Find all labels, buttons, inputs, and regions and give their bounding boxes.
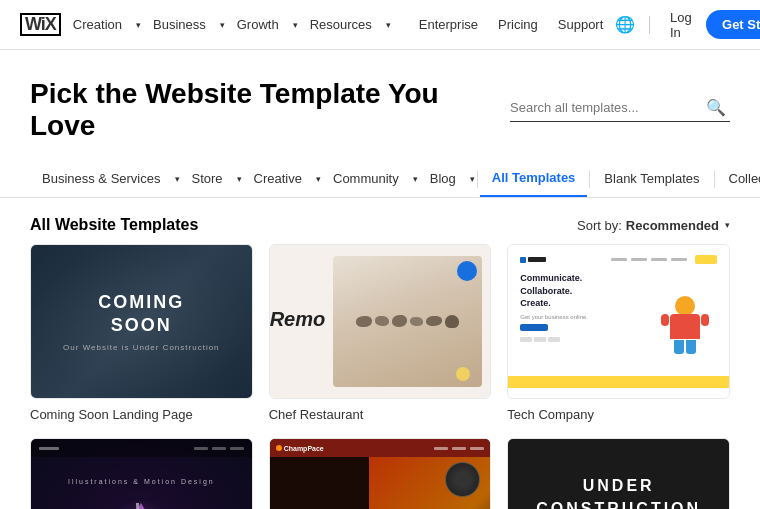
search-input[interactable]: [510, 100, 700, 115]
template-thumbnail-tech: Communicate.Collaborate.Create. Get your…: [507, 244, 730, 399]
section-title: All Website Templates: [30, 216, 577, 234]
login-button[interactable]: Log In: [664, 6, 698, 44]
filter-community[interactable]: Community: [321, 161, 411, 196]
view-collections[interactable]: Collections: [717, 161, 761, 196]
nav-item-resources[interactable]: Resources: [302, 13, 380, 36]
globe-icon[interactable]: 🌐: [615, 15, 635, 34]
view-all-templates[interactable]: All Templates: [480, 160, 588, 197]
filter-creative[interactable]: Creative: [242, 161, 314, 196]
filter-separator-3: [714, 170, 715, 188]
sort-label-text: Sort by:: [577, 218, 622, 233]
nav-item-pricing[interactable]: Pricing: [490, 13, 546, 36]
template-thumbnail-under-construction: UNDERCONSTRUCTION ▶ ⏪ ⏩ ⏺: [507, 438, 730, 509]
search-box: 🔍: [510, 98, 730, 122]
page-title: Pick the Website Template You Love: [30, 78, 510, 142]
search-icon: 🔍: [706, 98, 726, 117]
view-blank-templates[interactable]: Blank Templates: [592, 161, 711, 196]
filter-bar: Business & Services▾ Store▾ Creative▾ Co…: [0, 160, 760, 198]
template-thumbnail-illustrator: Illustrations & Motion Design: [30, 438, 253, 509]
hero-section: Pick the Website Template You Love 🔍: [0, 50, 760, 160]
template-card-coming-soon[interactable]: COMINGSOON Our Website is Under Construc…: [30, 244, 253, 422]
template-thumbnail-coming-soon: COMINGSOON Our Website is Under Construc…: [30, 244, 253, 399]
nav-item-growth[interactable]: Growth: [229, 13, 287, 36]
filter-store[interactable]: Store: [180, 161, 235, 196]
nav-right: 🌐 Log In Get Started: [615, 6, 760, 44]
get-started-button[interactable]: Get Started: [706, 10, 760, 39]
template-name-0: Coming Soon Landing Page: [30, 407, 253, 422]
template-grid: COMINGSOON Our Website is Under Construc…: [0, 244, 760, 509]
wix-logo[interactable]: WiX: [20, 13, 61, 37]
filter-right: All Templates Blank Templates Collection…: [475, 160, 760, 197]
content-header: All Website Templates Sort by: Recommend…: [0, 198, 760, 244]
nav-separator-2: [649, 16, 650, 34]
sort-chevron-icon: ▾: [725, 220, 730, 230]
navbar: WiX Creation▾ Business▾ Growth▾ Resource…: [0, 0, 760, 50]
filter-separator-2: [589, 170, 590, 188]
template-card-illustrator[interactable]: Illustrations & Motion Design Illustrato…: [30, 438, 253, 509]
nav-item-enterprise[interactable]: Enterprise: [411, 13, 486, 36]
nav-item-business[interactable]: Business: [145, 13, 214, 36]
filter-blog[interactable]: Blog: [418, 161, 468, 196]
filter-business-services[interactable]: Business & Services: [30, 161, 173, 196]
template-thumbnail-chef: Remo: [269, 244, 492, 399]
nav-item-creation[interactable]: Creation: [65, 13, 130, 36]
template-card-tech-company[interactable]: Communicate.Collaborate.Create. Get your…: [507, 244, 730, 422]
sort-control[interactable]: Sort by: Recommended ▾: [577, 218, 730, 233]
filter-separator-1: [477, 170, 478, 188]
template-card-sport-merchandise[interactable]: ChampPace: [269, 438, 492, 509]
sort-value-text: Recommended: [626, 218, 719, 233]
template-thumbnail-sport: ChampPace: [269, 438, 492, 509]
template-card-chef-restaurant[interactable]: Remo: [269, 244, 492, 422]
template-name-1: Chef Restaurant: [269, 407, 492, 422]
template-name-2: Tech Company: [507, 407, 730, 422]
nav-item-support[interactable]: Support: [550, 13, 612, 36]
template-card-under-construction[interactable]: UNDERCONSTRUCTION ▶ ⏪ ⏩ ⏺ Coming Soon La…: [507, 438, 730, 509]
